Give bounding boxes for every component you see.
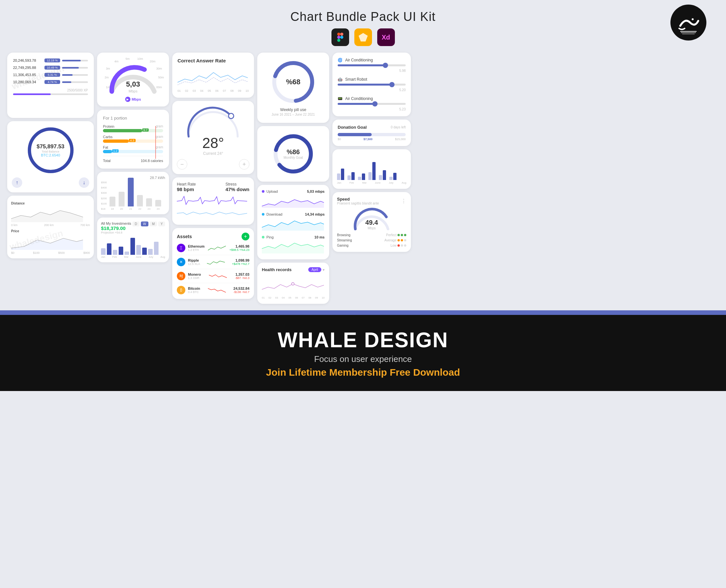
svg-rect-0 <box>337 33 340 36</box>
ac-controls-card: 🌀 Air Conditioning 5.98 🤖 Smart Robot <box>332 52 411 116</box>
temperature-sub: Current 24° <box>202 151 224 156</box>
sketch-icon <box>354 28 372 46</box>
btc-icon: ₿ <box>177 286 185 294</box>
stress-section: Stress 47% down <box>225 182 249 192</box>
asset-row-eth: Ξ Ethereum1.2 ETH 1,465.98 +$98.5 +%4.23 <box>177 244 249 255</box>
svg-text:10m: 10m <box>137 57 143 60</box>
assets-title: Assets <box>177 234 192 239</box>
heart-rate-label: Heart Rate <box>177 182 196 187</box>
stress-label: Stress <box>225 182 249 187</box>
quality-rows: Browsing Perfect Streaming Average <box>337 233 406 247</box>
svg-point-26 <box>228 113 234 119</box>
asset-row-xla: ✕ Ripple12.5 XLA 1,098.99 +$478 +%2.7 <box>177 258 249 269</box>
svg-point-4 <box>340 36 343 39</box>
xla-icon: ✕ <box>177 258 185 266</box>
distance-price-card: whaledesign Distance 0 km200 km700 km Pr… <box>7 196 94 258</box>
donation-min: $0 <box>338 138 341 141</box>
ping-dot <box>262 236 264 238</box>
bar-chart-bars: 18 20 21 22 <box>109 181 165 210</box>
svg-text:3m: 3m <box>106 67 110 70</box>
speed-menu-icon[interactable]: ⋮ <box>401 198 406 204</box>
ac-row-3: 📟 Air Conditioning 5.23 <box>338 97 406 111</box>
balance-amount: $75,897.53 <box>37 143 64 150</box>
nutrition-total-value: 104.8 calories <box>141 159 163 163</box>
nutrition-card: For 1 portion Proteingram 9.7 Carbsgram <box>97 110 169 169</box>
temp-minus-btn[interactable]: − <box>177 159 187 170</box>
svg-marker-33 <box>262 243 324 253</box>
pill-label: Weekly pill use <box>280 107 306 112</box>
donation-title: Donation Goal <box>338 125 367 130</box>
svg-text:20m: 20m <box>150 60 156 63</box>
footer-tagline: Focus on user experience <box>20 354 706 364</box>
svg-text:5m: 5m <box>125 57 130 60</box>
download-label: Download <box>266 212 282 216</box>
period-W[interactable]: W <box>141 222 148 226</box>
footer-cta: Join Lifetime Membership Free Download <box>20 367 706 378</box>
speed-detail-title: Speed <box>337 197 379 202</box>
nutrition-title: For 1 portion <box>103 115 163 121</box>
temp-plus-btn[interactable]: + <box>239 159 249 170</box>
svg-text:2m: 2m <box>105 76 109 79</box>
health-records-card: Health records April ▾ 01020304050607080… <box>257 262 329 304</box>
thermostat-gauge <box>184 106 243 138</box>
correct-answer-rate-card: Correct Answer Rate 01020304050607080910 <box>172 52 254 98</box>
balance-up-btn[interactable]: ↑ <box>12 177 22 188</box>
add-asset-btn[interactable]: + <box>242 233 249 240</box>
investments-projection: Projection +54.8 <box>101 231 131 234</box>
footer: WHALE DESIGN Focus on user experience Jo… <box>0 315 726 391</box>
svg-rect-3 <box>337 39 340 42</box>
heart-rate-value: 98 bpm <box>177 187 196 192</box>
btc-row: 22,749,295.88 10.49 % <box>13 66 88 69</box>
ac1-icon: 🌀 <box>338 58 343 62</box>
speed-gauge-svg: 1m 2m 3m 4m 5m 10m 20m 30m 50m 00m 5,03 <box>102 57 164 95</box>
assets-card: Assets + Ξ Ethereum1.2 ETH 1,465.98 +$98… <box>172 228 254 299</box>
donation-current: $7,500 <box>363 138 372 141</box>
whale-logo <box>670 5 706 41</box>
distance-chart <box>11 206 83 222</box>
ac1-label: Air Conditioning <box>345 58 373 62</box>
vert-bars-card: JanFebMarJuneJulyAug <box>332 149 411 189</box>
balance-label: Total Balance <box>37 150 64 153</box>
xmr-icon: Ɱ <box>177 272 185 280</box>
balance-down-btn[interactable]: ↓ <box>79 177 89 188</box>
speed-unit: Mbps <box>132 97 141 101</box>
health-chart <box>262 275 324 294</box>
period-M[interactable]: M <box>150 222 157 226</box>
nutrition-fat: Fatgram 1.2 <box>103 145 163 153</box>
svg-marker-31 <box>262 200 324 208</box>
period-Y[interactable]: Y <box>158 222 165 226</box>
upload-speed: 5,03 mbps <box>307 189 325 193</box>
purple-separator <box>0 310 726 315</box>
monthly-pct: %86 <box>284 148 303 156</box>
donation-sub: 0 days left <box>390 125 406 129</box>
svg-text:50m: 50m <box>158 76 164 79</box>
upload-row: Upload 5,03 mbps <box>262 189 325 209</box>
network-card: Upload 5,03 mbps Download <box>257 185 329 259</box>
investments-title: All My Investments <box>101 222 131 225</box>
balance-card: $75,897.53 Total Balance BTC:2.6540 ↑ ↓ <box>7 121 94 192</box>
pill-date: June 16 2021 – June 22 2021 <box>271 113 315 116</box>
speed-detail-sub: Praesent sagittis blandit ante <box>337 202 379 205</box>
xmr-sparkline <box>209 272 227 280</box>
xp-label: 2500/5000 XP <box>13 88 88 92</box>
ac-row-2: 🤖 Smart Robot 5.20 <box>338 77 406 92</box>
download-row: Download 14,34 mbps <box>262 212 325 232</box>
robot-label: Smart Robot <box>345 77 367 82</box>
xla-sparkline <box>207 258 225 266</box>
speed-detail-card: Speed Praesent sagittis blandit ante ⋮ 4… <box>332 192 411 252</box>
asset-row-btc: ₿ Bitcoin0.4 BTC 24,532.84 -$138 -%0.7 <box>177 286 249 294</box>
ac2-label: Air Conditioning <box>345 97 373 101</box>
health-dropdown-icon[interactable]: ▾ <box>323 268 325 272</box>
health-records-title: Health records <box>262 267 291 272</box>
monthly-goal-card: %86 Monthly Goal <box>257 126 329 182</box>
heart-rate-section: Heart Rate 98 bpm <box>177 182 196 192</box>
download-dot <box>262 213 264 216</box>
ping-speed: 10 ms <box>315 235 325 239</box>
period-D[interactable]: D <box>133 222 139 226</box>
figma-icon <box>331 28 349 46</box>
thermostat-card: 28° Current 24° − + <box>172 101 254 174</box>
btc-row: 11,306,453.85 5.31 % <box>13 73 88 77</box>
download-chart <box>262 217 324 231</box>
bar-chart-card: 28.7 kWh $500$400$300$200$100$18 18 20 <box>97 172 169 214</box>
btc-card: whaledesign 20,246,593.78 12.19 % 22,749… <box>7 52 94 118</box>
